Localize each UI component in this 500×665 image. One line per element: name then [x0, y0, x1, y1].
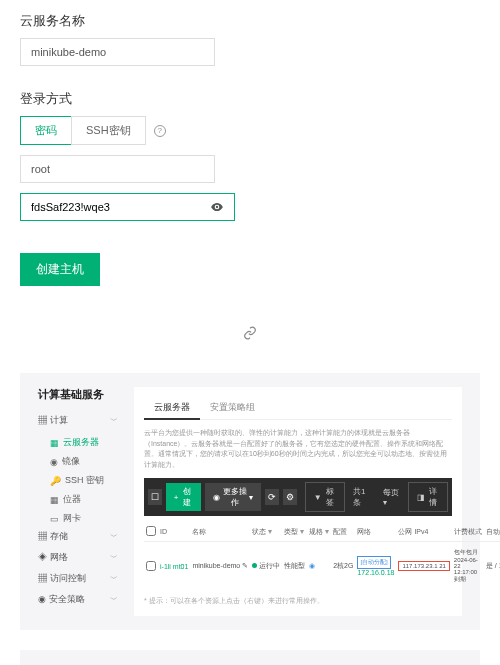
cell-billing: 包年包月 2024-06-22 12:17:00 到期 [452, 542, 484, 591]
eye-icon[interactable] [210, 200, 224, 214]
nav-policy[interactable]: ◉ 安全策略﹀ [38, 591, 118, 608]
cell-spec: ◉ [307, 542, 331, 591]
user-input[interactable]: root [20, 155, 215, 183]
cell-id[interactable]: i-1li mt01 [158, 542, 190, 591]
server-table: ID 名称 状态▾ 类型▾ 规格▾ 配置 网络 公网 IPv4 计费模式 自动续… [144, 522, 500, 590]
th-spec[interactable]: 规格▾ [307, 522, 331, 542]
th-status[interactable]: 状态▾ [250, 522, 282, 542]
th-billing[interactable]: 计费模式 [452, 522, 484, 542]
cell-region: 2核2G [331, 542, 355, 591]
placeholder-block [20, 650, 480, 665]
tab-ssh[interactable]: SSH密钥 [71, 116, 146, 145]
checkbox-all[interactable] [146, 526, 156, 536]
cell-name: minikube-demo ✎ [190, 542, 250, 591]
name-input[interactable]: minikube-demo [20, 38, 215, 66]
table-row[interactable]: i-1li mt01 minikube-demo ✎ 运行中 性能型 ◉ 2核2… [144, 542, 500, 591]
filter-icon[interactable]: ▾ [268, 527, 272, 536]
checkbox-all-toolbar[interactable]: ☐ [148, 489, 162, 505]
per-page[interactable]: 每页▾ [379, 487, 404, 507]
cell-ip: 117.173.23.1 21 [396, 542, 451, 591]
th-id[interactable]: ID [158, 522, 190, 542]
th-name[interactable]: 名称 [190, 522, 250, 542]
name-label: 云服务名称 [20, 12, 480, 30]
sidebar-title: 计算基础服务 [38, 387, 118, 402]
tab-password[interactable]: 密码 [20, 116, 72, 145]
help-icon[interactable]: ? [154, 125, 166, 137]
toolbar: ☐ + 创建 ◉ 更多操作 ▾ ⟳ ⚙ ▼ 标签 共1条 每页▾ ◨ 详情 [144, 478, 452, 516]
chevron-down-icon: ﹀ [110, 594, 118, 605]
password-input-wrap [20, 193, 235, 221]
filter-icon[interactable]: ▾ [300, 527, 304, 536]
tab-recycle[interactable]: 安置策略组 [200, 397, 265, 419]
detail-button[interactable]: ◨ 详情 [408, 482, 448, 512]
main-content: 云服务器 安置策略组 云平台为您提供一种随时获取的、弹性的计算能力，这种计算能力… [134, 387, 462, 616]
th-config[interactable]: 配置 [331, 522, 355, 542]
tags-button[interactable]: ▼ 标签 [305, 482, 345, 512]
nav-ssh[interactable]: 🔑 SSH 密钥 [38, 471, 118, 490]
create-host-button[interactable]: 创建主机 [20, 253, 100, 286]
nav-nic[interactable]: ▭ 网卡 [38, 509, 118, 528]
console-panel: 计算基础服务 ▦ 计算﹀ ▦ 云服务器 ◉ 镜像 🔑 SSH 密钥 ▦ 位器 ▭… [20, 373, 480, 630]
chevron-down-icon: ﹀ [110, 531, 118, 542]
chevron-up-icon: ﹀ [110, 415, 118, 426]
row-checkbox[interactable] [146, 561, 156, 571]
chevron-down-icon: ﹀ [110, 552, 118, 563]
refresh-button[interactable]: ⟳ [265, 489, 279, 505]
th-renew[interactable]: 自动续约 / 续费规则 [484, 522, 500, 542]
nav-storage[interactable]: ▦ 存储﹀ [38, 528, 118, 545]
cell-net: [自动分配]172.16.0.18 [355, 542, 396, 591]
create-button[interactable]: + 创建 [166, 483, 201, 511]
settings-button[interactable]: ⚙ [283, 489, 297, 505]
nav-disk[interactable]: ▦ 位器 [38, 490, 118, 509]
description: 云平台为您提供一种随时获取的、弹性的计算能力，这种计算能力的体现就是云服务器（I… [144, 428, 452, 470]
nav-cloud-server[interactable]: ▦ 云服务器 [38, 433, 118, 452]
nav-network[interactable]: ◈ 网络﹀ [38, 549, 118, 566]
cell-type: 性能型 [282, 542, 307, 591]
cell-status: 运行中 [250, 542, 282, 591]
sidebar: 计算基础服务 ▦ 计算﹀ ▦ 云服务器 ◉ 镜像 🔑 SSH 密钥 ▦ 位器 ▭… [38, 387, 118, 616]
login-label: 登录方式 [20, 90, 480, 108]
page-info: 共1条 [349, 486, 375, 508]
nav-access[interactable]: ▦ 访问控制﹀ [38, 570, 118, 587]
th-net[interactable]: 网络 [355, 522, 396, 542]
status-dot-icon [252, 563, 257, 568]
password-input[interactable] [31, 201, 210, 213]
link-icon[interactable] [0, 326, 500, 343]
filter-icon[interactable]: ▾ [325, 527, 329, 536]
more-actions-button[interactable]: ◉ 更多操作 ▾ [205, 483, 261, 511]
nav-compute[interactable]: ▦ 计算﹀ [38, 412, 118, 429]
cell-renew: 是 / 1个月 [484, 542, 500, 591]
nav-image[interactable]: ◉ 镜像 [38, 452, 118, 471]
th-ip[interactable]: 公网 IPv4 [396, 522, 451, 542]
th-type[interactable]: 类型▾ [282, 522, 307, 542]
chevron-down-icon: ﹀ [110, 573, 118, 584]
tab-server-list[interactable]: 云服务器 [144, 397, 200, 420]
footnote: * 提示：可以在各个资源上点击（右键）来进行常用操作。 [144, 596, 452, 606]
